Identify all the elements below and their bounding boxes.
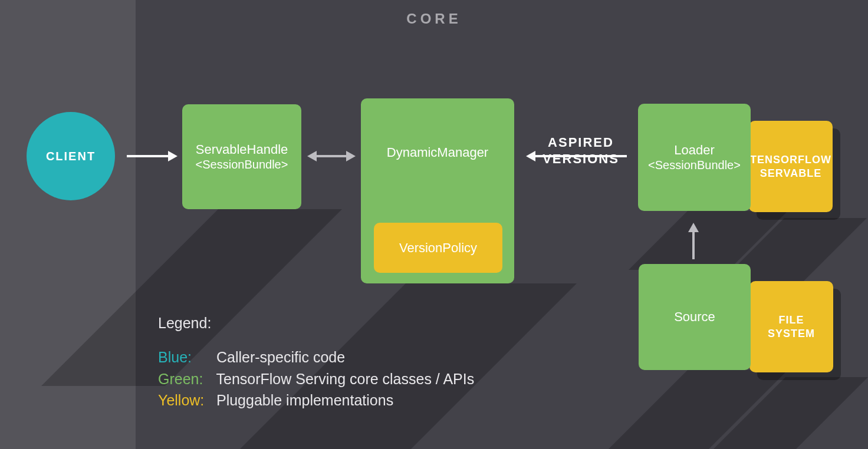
loader-line1: Loader [674, 142, 715, 159]
legend-yellow-val: Pluggable implementations [216, 392, 393, 408]
core-header: CORE [0, 11, 868, 27]
dynamic-manager-label: DynamicManager [387, 144, 488, 161]
file-system-l2: SYSTEM [768, 327, 815, 341]
legend-blue-key: Blue: [158, 346, 212, 368]
servable-handle-node: ServableHandle <SessionBundle> [182, 104, 301, 209]
version-policy-node: VersionPolicy [374, 223, 502, 273]
arrow-head-icon [307, 151, 317, 161]
version-policy-label: VersionPolicy [399, 240, 477, 256]
aspired-line2: VERSIONS [531, 151, 631, 167]
legend-green-val: TensorFlow Serving core classes / APIs [216, 371, 475, 387]
arrow-source-to-loader [692, 232, 695, 259]
source-label: Source [674, 309, 715, 325]
client-label: CLIENT [46, 150, 96, 163]
tensorflow-servable-node: TENSORFLOW SERVABLE [749, 121, 833, 212]
client-node: CLIENT [27, 112, 115, 200]
servable-handle-line2: <SessionBundle> [196, 157, 288, 172]
file-system-l1: FILE [779, 313, 804, 327]
legend-title: Legend: [158, 312, 474, 334]
loader-node: Loader <SessionBundle> [638, 104, 751, 211]
source-node: Source [639, 264, 751, 370]
aspired-versions-label: ASPIRED VERSIONS [531, 134, 631, 167]
arrow-head-icon [168, 151, 177, 161]
file-system-node: FILE SYSTEM [749, 281, 833, 372]
legend-blue-val: Caller-specific code [216, 349, 345, 365]
tensorflow-servable-l1: TENSORFLOW [750, 153, 831, 167]
arrow-client-to-servable [127, 155, 168, 157]
arrow-servable-dynamic [317, 155, 346, 157]
loader-line2: <SessionBundle> [648, 158, 741, 173]
aspired-line1: ASPIRED [531, 134, 631, 151]
servable-handle-line1: ServableHandle [196, 141, 288, 158]
arrow-head-icon [346, 151, 356, 161]
legend: Legend: Blue: Caller-specific code Green… [158, 312, 474, 411]
arrow-head-icon [688, 223, 699, 232]
tensorflow-servable-l2: SERVABLE [760, 167, 821, 180]
legend-green-key: Green: [158, 368, 212, 389]
legend-yellow-key: Yellow: [158, 389, 212, 411]
